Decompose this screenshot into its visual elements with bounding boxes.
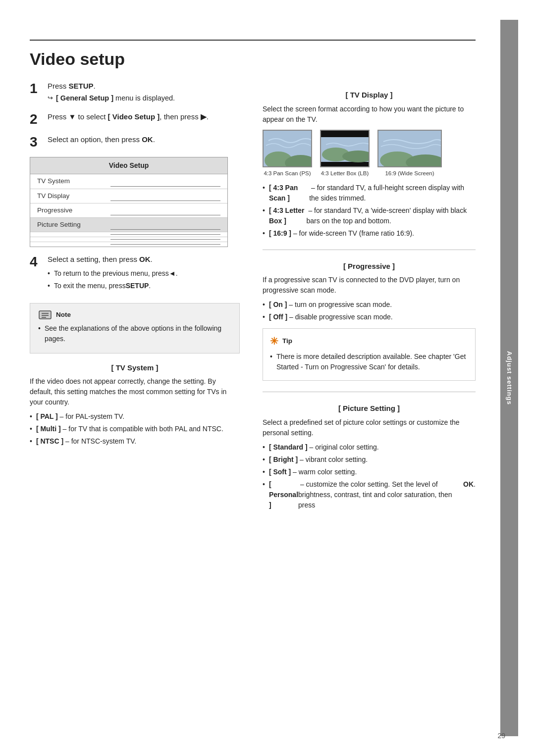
divider xyxy=(263,392,476,392)
progressive-section: [ Progressive ] If a progressive scan TV… xyxy=(263,261,476,381)
list-item: To exit the menu, press SETUP. xyxy=(48,281,240,291)
tv-screen-pan-scan xyxy=(263,130,312,167)
note-content: See the explanations of the above option… xyxy=(38,323,231,344)
picture-setting-bullets: [ Standard ] – original color setting. [… xyxy=(263,442,476,510)
svg-rect-8 xyxy=(321,131,370,137)
tv-label-wide-screen: 16:9 (Wide Screen) xyxy=(385,169,434,178)
list-item: [ 4:3 Pan Scan ] – for standard TV, a fu… xyxy=(263,183,476,203)
svg-rect-9 xyxy=(321,162,370,167)
tv-system-heading: [ TV System ] xyxy=(30,362,240,374)
page-title: Video setup xyxy=(30,40,476,72)
tip-box: ✳ Tip There is more detailed description… xyxy=(263,328,476,381)
tv-image-wide-screen: 16:9 (Wide Screen) xyxy=(377,130,442,178)
table-header: Video Setup xyxy=(30,157,227,174)
right-tab: Adjust settings xyxy=(500,20,518,736)
note-icon xyxy=(38,309,52,320)
list-item: [ Bright ] – vibrant color setting. xyxy=(263,454,476,465)
list-item: To return to the previous menu, press ◄. xyxy=(48,268,240,279)
tip-content: There is more detailed description avail… xyxy=(270,352,468,372)
step-2: 2 Press ▼ to select [ Video Setup ], the… xyxy=(30,111,240,126)
divider xyxy=(263,250,476,250)
list-item: [ NTSC ] – for NTSC-system TV. xyxy=(30,436,240,447)
tv-system-bullets: [ PAL ] – for PAL-system TV. [ Multi ] –… xyxy=(30,411,240,447)
list-item: [ Soft ] – warm color setting. xyxy=(263,467,476,477)
progressive-heading: [ Progressive ] xyxy=(263,261,476,272)
list-item: [ Personal ] – customize the color setti… xyxy=(263,479,476,510)
step-number-2: 2 xyxy=(30,112,41,126)
tv-display-bullets: [ 4:3 Pan Scan ] – for standard TV, a fu… xyxy=(263,183,476,239)
step4-bullets: To return to the previous menu, press ◄.… xyxy=(48,268,240,291)
tv-display-intro: Select the screen format according to ho… xyxy=(263,104,476,125)
list-item: [ Off ] – disable progressive scan mode. xyxy=(263,312,476,322)
tv-image-pan-scan: 4:3 Pan Scan (PS) xyxy=(263,130,312,178)
table-row xyxy=(30,242,227,247)
list-item: [ Standard ] – original color setting. xyxy=(263,442,476,453)
tv-screen-wide-screen xyxy=(377,130,442,167)
list-item: [ 4:3 Letter Box ] – for standard TV, a … xyxy=(263,205,476,226)
picture-setting-heading: [ Picture Setting ] xyxy=(263,403,476,414)
tv-display-section: [ TV Display ] Select the screen format … xyxy=(263,90,476,239)
note-label: Note xyxy=(56,310,71,320)
table-row xyxy=(30,232,227,237)
tv-display-images: 4:3 Pan Scan (PS) xyxy=(263,130,476,178)
picture-setting-intro: Select a predefined set of picture color… xyxy=(263,417,476,438)
step-4: 4 Select a setting, then press OK. To re… xyxy=(30,254,240,294)
step-number-4: 4 xyxy=(30,255,41,269)
tv-image-letter-box: 4:3 Letter Box (LB) xyxy=(320,130,370,178)
table-row: Progressive xyxy=(30,203,227,218)
tv-screen-letter-box xyxy=(320,130,370,167)
list-item: [ PAL ] – for PAL-system TV. xyxy=(30,411,240,422)
note-box: Note See the explanations of the above o… xyxy=(30,303,240,353)
tip-star-icon: ✳ xyxy=(270,334,278,349)
list-item: See the explanations of the above option… xyxy=(38,323,231,344)
tv-label-pan-scan: 4:3 Pan Scan (PS) xyxy=(264,169,311,178)
step-1: 1 Press SETUP. ↪ [ General Setup ] menu … xyxy=(30,81,240,103)
page-number: 29 xyxy=(497,731,505,741)
step-number-1: 1 xyxy=(30,82,41,96)
right-tab-label: Adjust settings xyxy=(504,351,514,405)
picture-setting-section: [ Picture Setting ] Select a predefined … xyxy=(263,403,476,510)
tv-display-heading: [ TV Display ] xyxy=(263,90,476,101)
table-row: TV Display xyxy=(30,189,227,203)
table-row xyxy=(30,237,227,242)
list-item: [ Multi ] – for TV that is compatible wi… xyxy=(30,424,240,434)
list-item: There is more detailed description avail… xyxy=(270,352,468,372)
tv-system-intro: If the video does not appear correctly, … xyxy=(30,376,240,407)
table-row: TV System xyxy=(30,174,227,189)
tv-label-letter-box: 4:3 Letter Box (LB) xyxy=(321,169,369,178)
tv-system-section: [ TV System ] If the video does not appe… xyxy=(30,362,240,447)
step-3: 3 Select an option, then press OK. xyxy=(30,134,240,149)
tip-label: Tip xyxy=(282,336,292,346)
progressive-bullets: [ On ] – turn on progressive scan mode. … xyxy=(263,300,476,322)
list-item: [ On ] – turn on progressive scan mode. xyxy=(263,300,476,310)
progressive-intro: If a progressive scan TV is connected to… xyxy=(263,275,476,296)
step-number-3: 3 xyxy=(30,135,41,149)
video-setup-table: Video Setup TV System TV Display Progres… xyxy=(30,157,228,247)
table-row-highlighted: Picture Setting xyxy=(30,218,227,232)
list-item: [ 16:9 ] – for wide-screen TV (frame rat… xyxy=(263,228,476,239)
